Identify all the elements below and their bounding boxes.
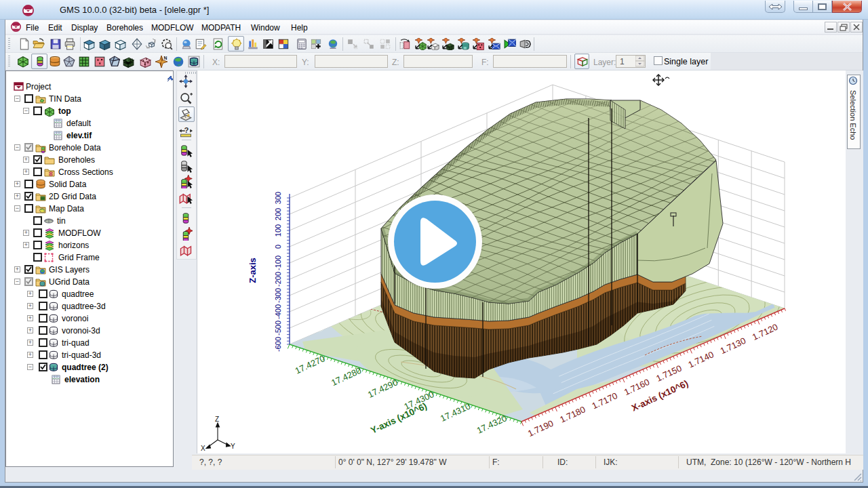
svg-text:17.4270: 17.4270 <box>294 353 327 375</box>
svg-text:-200: -200 <box>274 272 282 287</box>
svg-text:Z-axis: Z-axis <box>248 258 258 283</box>
svg-text:-100: -100 <box>274 256 282 270</box>
svg-text:17.4290: 17.4290 <box>366 377 399 399</box>
svg-text:Z: Z <box>215 415 219 423</box>
svg-text:200: 200 <box>274 208 282 220</box>
svg-text:0: 0 <box>274 245 282 249</box>
svg-text:Y: Y <box>231 443 235 450</box>
svg-text:X: X <box>201 445 205 452</box>
svg-text:?: ? <box>184 126 189 134</box>
svg-text:1.7190: 1.7190 <box>526 418 555 439</box>
svg-text:-300: -300 <box>274 288 282 303</box>
svg-text:1.7120: 1.7120 <box>751 322 779 342</box>
svg-text:-500: -500 <box>274 321 282 336</box>
svg-text:1.7180: 1.7180 <box>558 404 587 424</box>
svg-text:1.7170: 1.7170 <box>591 390 619 411</box>
svg-text:-600: -600 <box>274 337 282 352</box>
svg-text:1.7150: 1.7150 <box>654 363 683 384</box>
svg-text:N: N <box>163 56 167 60</box>
svg-text:17.4310: 17.4310 <box>439 401 472 424</box>
svg-text:1.7140: 1.7140 <box>686 349 715 369</box>
svg-text:300: 300 <box>274 192 282 204</box>
svg-text:Y-axis (x10^6): Y-axis (x10^6) <box>369 401 429 436</box>
svg-text:-400: -400 <box>274 304 282 319</box>
svg-text:17.4320: 17.4320 <box>475 413 509 435</box>
svg-text:17.4280: 17.4280 <box>330 365 363 388</box>
svg-text:1.7160: 1.7160 <box>623 377 651 397</box>
svg-text:1.7130: 1.7130 <box>719 336 747 356</box>
svg-text:100: 100 <box>274 224 282 237</box>
